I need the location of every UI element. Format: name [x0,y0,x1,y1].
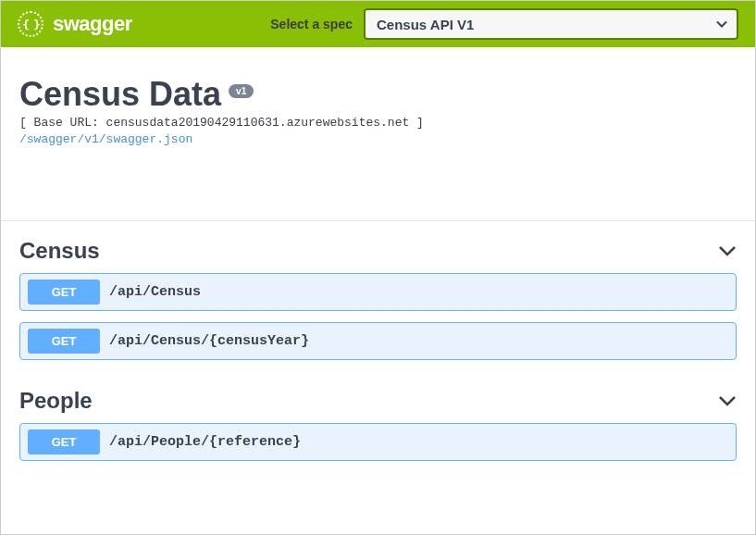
operation-path: /api/Census/{censusYear} [109,333,309,349]
swagger-logo-text: swagger [53,12,132,36]
operation-path: /api/People/{reference} [109,434,301,450]
tag-people[interactable]: People [19,371,737,423]
base-url: [ Base URL: censusdata20190429110631.azu… [19,116,737,130]
method-badge-get: GET [28,280,100,305]
operation-row[interactable]: GET /api/Census [19,273,737,311]
swagger-json-link[interactable]: /swagger/v1/swagger.json [19,132,192,146]
chevron-down-icon [718,245,737,256]
swagger-logo: { } swagger [18,11,132,37]
version-badge: v1 [229,84,254,98]
swagger-logo-icon: { } [18,11,43,37]
tag-name: People [19,388,718,414]
tag-name: Census [19,238,718,264]
tag-census[interactable]: Census [19,221,737,273]
operation-path: /api/Census [109,284,201,300]
operations-list: Census GET /api/Census GET /api/Census/{… [1,220,755,461]
method-badge-get: GET [28,429,100,454]
topbar: { } swagger Select a spec Census API V1 [1,1,755,47]
api-info: Census Data v1 [ Base URL: censusdata201… [1,47,755,183]
operation-row[interactable]: GET /api/Census/{censusYear} [19,322,737,360]
spec-selector-label: Select a spec [270,17,353,31]
chevron-down-icon [718,395,737,406]
api-title: Census Data [19,75,221,114]
method-badge-get: GET [28,329,100,354]
spec-selector-wrap: Census API V1 [364,8,738,40]
operation-row[interactable]: GET /api/People/{reference} [19,423,737,461]
spec-selector[interactable]: Census API V1 [364,8,738,40]
